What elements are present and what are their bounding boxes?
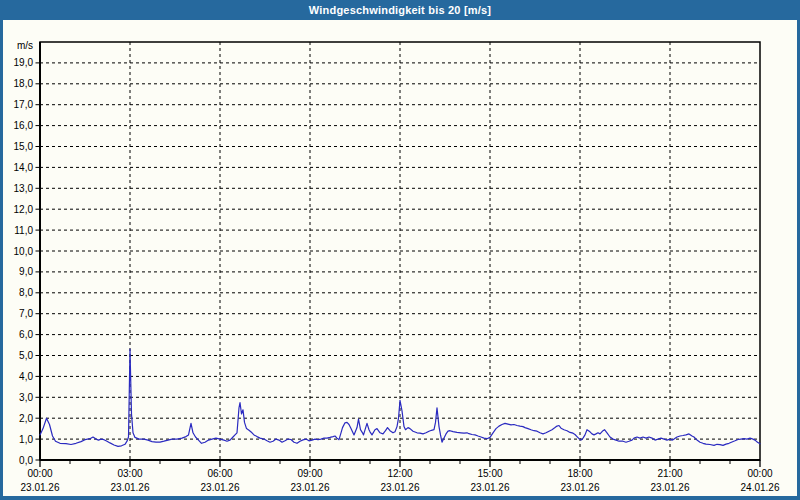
x-tick-time-label: 03:00	[117, 468, 142, 479]
app-window: Windgeschwindigkeit bis 20 [m/s] 0,01,02…	[0, 0, 800, 500]
x-tick-time-label: 18:00	[567, 468, 592, 479]
y-tick-label: 6,0	[19, 329, 33, 340]
wind-speed-chart: 0,01,02,03,04,05,06,07,08,09,010,011,012…	[3, 20, 797, 496]
y-tick-label: 16,0	[14, 120, 34, 131]
y-tick-label: 2,0	[19, 413, 33, 424]
x-tick-date-label: 23.01.26	[21, 482, 60, 493]
x-tick-date-label: 23.01.26	[201, 482, 240, 493]
x-tick-date-label: 23.01.26	[561, 482, 600, 493]
chart-area: 0,01,02,03,04,05,06,07,08,09,010,011,012…	[3, 20, 797, 496]
y-tick-label: 10,0	[14, 246, 34, 257]
x-tick-date-label: 23.01.26	[111, 482, 150, 493]
y-tick-label: 14,0	[14, 162, 34, 173]
x-tick-date-label: 24.01.26	[741, 482, 780, 493]
x-tick-time-label: 06:00	[207, 468, 232, 479]
x-tick-time-label: 00:00	[27, 468, 52, 479]
x-tick-date-label: 23.01.26	[291, 482, 330, 493]
y-tick-label: 9,0	[19, 266, 33, 277]
y-tick-label: 13,0	[14, 183, 34, 194]
x-tick-time-label: 00:00	[747, 468, 772, 479]
x-tick-date-label: 23.01.26	[471, 482, 510, 493]
y-tick-label: 4,0	[19, 371, 33, 382]
y-tick-label: 5,0	[19, 350, 33, 361]
y-tick-label: 18,0	[14, 78, 34, 89]
x-tick-time-label: 12:00	[387, 468, 412, 479]
y-tick-label: 8,0	[19, 287, 33, 298]
y-tick-label: 19,0	[14, 57, 34, 68]
y-tick-label: 12,0	[14, 204, 34, 215]
title-bar: Windgeschwindigkeit bis 20 [m/s]	[0, 0, 800, 20]
x-tick-date-label: 23.01.26	[381, 482, 420, 493]
y-tick-label: 11,0	[14, 225, 33, 236]
x-tick-time-label: 09:00	[297, 468, 322, 479]
y-tick-label: 0,0	[19, 455, 33, 466]
x-tick-date-label: 23.01.26	[651, 482, 690, 493]
y-tick-label: 3,0	[19, 392, 33, 403]
window-title: Windgeschwindigkeit bis 20 [m/s]	[309, 4, 491, 16]
y-axis-unit-label: m/s	[17, 40, 33, 51]
y-tick-label: 7,0	[19, 308, 33, 319]
x-tick-time-label: 15:00	[477, 468, 502, 479]
y-tick-label: 17,0	[14, 99, 34, 110]
y-tick-label: 15,0	[14, 141, 34, 152]
y-tick-label: 1,0	[19, 434, 33, 445]
x-tick-time-label: 21:00	[657, 468, 682, 479]
